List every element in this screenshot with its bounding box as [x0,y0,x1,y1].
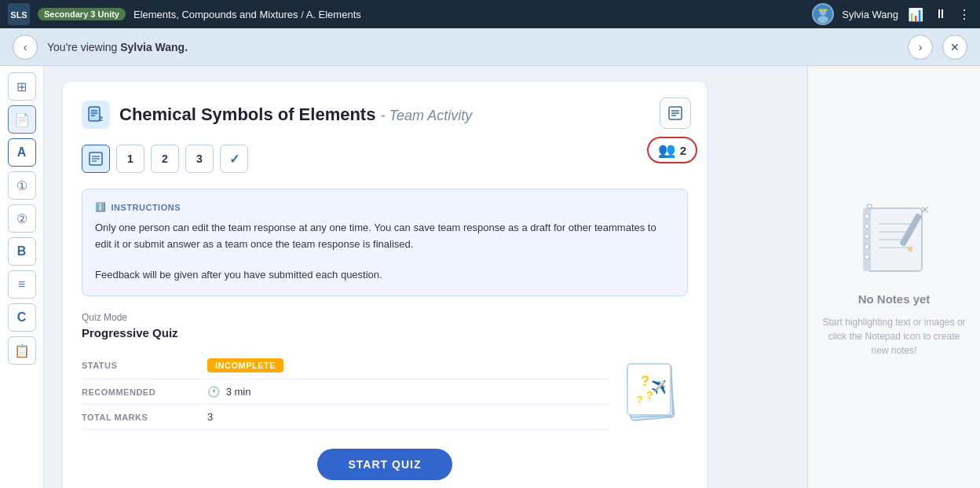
team-badge[interactable]: 👥 2 [647,137,697,163]
notes-empty-title: No Notes yet [858,292,931,306]
svg-point-37 [865,234,869,239]
svg-text:✕: ✕ [920,204,930,216]
clock-icon: 🕐 [207,386,220,398]
breadcrumb: Elements, Compounds and Mixtures / A. El… [133,9,804,20]
main-layout: ⊞ 📄 A ① ② B ≡ C 📋 👥 2 [0,66,980,488]
avatar [812,3,834,25]
instructions-label: ℹ️ INSTRUCTIONS [95,202,675,212]
all-pages-icon [89,152,103,166]
sidebar-item-b[interactable]: B [8,237,36,266]
quiz-details: STATUS INCOMPLETE RECOMMENDED 🕐 3 min TO… [82,352,688,430]
page-tabs: 1 2 3 ✓ [82,145,688,173]
activity-card: 👥 2 2 Chemical Symbols of Elements - Tea… [63,82,707,488]
svg-point-5 [819,9,821,11]
sidebar-item-c[interactable]: C [8,303,36,332]
total-marks-value: 3 [207,411,213,423]
sidebar-item-clipboard[interactable]: 📋 [8,336,36,365]
avatar-icon [814,3,832,25]
viewing-bar: ‹ You're viewing Sylvia Wang. › ✕ [0,28,980,66]
top-navigation: SLS Secondary 3 Unity Elements, Compound… [0,0,980,28]
logo-area: SLS [8,3,30,25]
prev-student-button[interactable]: ‹ [13,35,38,60]
status-row: STATUS INCOMPLETE [82,352,609,380]
start-btn-container: START QUIZ [82,449,688,480]
recommended-row: RECOMMENDED 🕐 3 min [82,380,609,405]
activity-icon: 2 [82,101,110,129]
status-badge: INCOMPLETE [207,358,283,372]
notebook-illustration: ✕ [851,196,938,283]
svg-point-4 [817,17,828,24]
sidebar-item-list[interactable]: ≡ [8,270,36,299]
team-icon: 👥 [658,141,675,159]
more-icon[interactable]: ⋮ [956,6,972,24]
svg-rect-11 [89,107,100,121]
card-header: 2 Chemical Symbols of Elements - Team Ac… [82,101,688,129]
instructions-box: ℹ️ INSTRUCTIONS Only one person can edit… [82,189,688,296]
document-icon: 2 [86,105,105,124]
quiz-info-table: STATUS INCOMPLETE RECOMMENDED 🕐 3 min TO… [82,352,609,430]
start-quiz-button[interactable]: START QUIZ [317,449,453,480]
page-tab-2[interactable]: 2 [151,145,179,173]
sidebar-item-num1[interactable]: ① [8,171,36,200]
chart-icon[interactable]: 📊 [906,6,925,24]
course-badge[interactable]: Secondary 3 Unity [38,8,126,20]
svg-point-35 [865,214,869,218]
viewing-text: You're viewing Sylvia Wang. [47,41,898,53]
svg-point-6 [825,9,827,11]
page-tab-check[interactable]: ✓ [220,145,248,173]
notepad-button[interactable] [660,97,691,129]
svg-text:?: ? [637,394,642,405]
pause-icon[interactable]: ⏸ [933,6,949,23]
notepad-icon [667,105,683,121]
team-count: 2 [680,144,686,157]
right-panel: ✕ No Notes yet Start highlighting text o… [807,66,980,488]
quiz-mode-value: Progressive Quiz [82,326,688,339]
svg-point-39 [865,255,869,259]
status-label: STATUS [82,361,207,370]
page-tab-3[interactable]: 3 [185,145,214,173]
sidebar-item-text[interactable]: A [8,138,36,167]
info-icon: ℹ️ [95,202,107,212]
page-tab-1[interactable]: 1 [116,145,144,173]
close-viewing-button[interactable]: ✕ [942,35,967,60]
svg-point-38 [865,244,869,249]
quiz-mode-label: Quiz Mode [82,312,688,323]
svg-text:2: 2 [99,115,103,123]
content-area: 👥 2 2 Chemical Symbols of Elements - Tea… [44,66,807,488]
svg-text:SLS: SLS [10,10,27,20]
sidebar-item-num2[interactable]: ② [8,204,36,233]
card-title: Chemical Symbols of Elements - Team Acti… [119,105,472,125]
left-sidebar: ⊞ 📄 A ① ② B ≡ C 📋 [0,66,44,488]
notes-empty-state: ✕ No Notes yet Start highlighting text o… [821,79,967,475]
quiz-illustration: ? ? ? ✈️ [609,352,688,430]
svg-text:✈️: ✈️ [651,380,667,394]
recommended-label: RECOMMENDED [82,387,207,397]
instructions-text-1: Only one person can edit the team respon… [95,220,675,253]
sidebar-item-overview[interactable]: ⊞ [8,72,36,101]
total-marks-row: TOTAL MARKS 3 [82,405,609,430]
notes-empty-description: Start highlighting text or images or cli… [821,315,967,358]
page-tab-all[interactable] [82,145,110,173]
total-marks-label: TOTAL MARKS [82,413,207,422]
quiz-image: ? ? ? ✈️ [613,356,684,427]
next-student-button[interactable]: › [908,35,933,60]
instructions-text-2: Feedback will be given after you have su… [95,267,675,284]
sidebar-item-doc[interactable]: 📄 [8,105,36,134]
recommended-value: 🕐 3 min [207,386,250,398]
user-name: Sylvia Wang [842,9,898,20]
svg-point-36 [865,224,869,229]
nav-right-area: Sylvia Wang 📊 ⏸ ⋮ [812,3,972,25]
svg-text:?: ? [641,373,649,389]
sls-logo-icon: SLS [8,3,30,25]
